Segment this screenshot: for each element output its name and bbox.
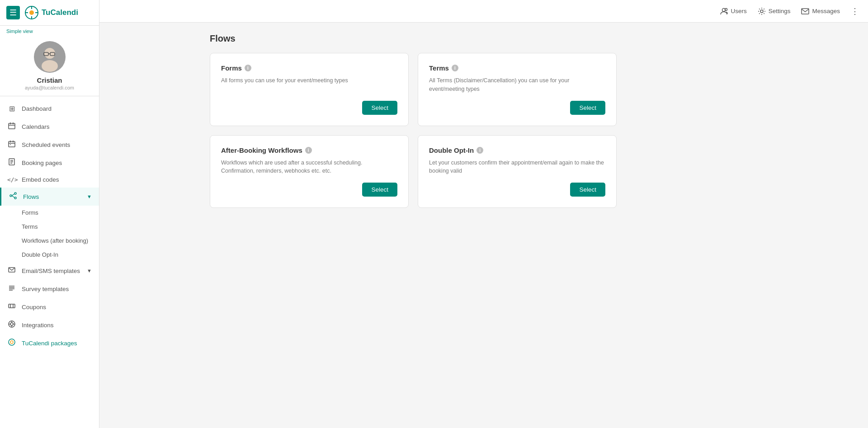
logo-icon: [24, 5, 39, 20]
svg-point-47: [725, 8, 727, 10]
svg-point-48: [760, 10, 763, 13]
sidebar-item-label: Integrations: [22, 322, 54, 329]
dashboard-icon: ⊞: [7, 104, 16, 113]
sidebar-item-label: Dashboard: [22, 105, 52, 112]
sidebar-item-label: Embed codes: [22, 176, 59, 183]
after-booking-card-desc: Workflows which are used after a success…: [221, 159, 397, 176]
sidebar: ☰ TuCalendi Simple view: [0, 0, 99, 428]
settings-label: Settings: [769, 8, 791, 14]
svg-point-26: [14, 193, 16, 194]
double-opt-in-card-footer: Select: [429, 183, 605, 197]
chevron-right-icon: ▼: [87, 268, 92, 273]
subnav-item-terms[interactable]: Terms: [0, 220, 99, 234]
packages-icon: [7, 339, 16, 348]
sidebar-item-label: Coupons: [22, 304, 46, 310]
double-opt-in-info-icon[interactable]: i: [476, 147, 483, 154]
flows-cards-grid: Forms i All forms you can use for your e…: [210, 53, 617, 208]
double-opt-in-card-title: Double Opt-In: [429, 146, 474, 154]
chevron-down-icon: ▼: [87, 194, 92, 199]
sidebar-item-label: Calendars: [22, 123, 50, 130]
terms-card-footer: Select: [429, 101, 605, 115]
svg-point-1: [29, 10, 34, 15]
main-nav: ⊞ Dashboard Calendars: [0, 96, 99, 428]
svg-point-38: [10, 323, 13, 325]
forms-card-header: Forms i: [221, 64, 397, 72]
user-email: ayuda@tucalendi.com: [25, 85, 74, 90]
sidebar-item-label: Booking pages: [22, 160, 62, 166]
svg-point-45: [10, 341, 13, 343]
double-opt-in-select-button[interactable]: Select: [570, 183, 605, 197]
double-opt-in-card: Double Opt-In i Let your customers confi…: [418, 135, 617, 208]
settings-icon: [758, 7, 766, 15]
sidebar-item-tucalendi-packages[interactable]: TuCalendi packages: [0, 334, 99, 352]
hamburger-icon[interactable]: ☰: [6, 6, 20, 19]
sidebar-item-dashboard[interactable]: ⊞ Dashboard: [0, 100, 99, 118]
page-title: Flows: [210, 33, 857, 44]
after-booking-select-button[interactable]: Select: [362, 183, 397, 197]
svg-point-27: [14, 197, 16, 199]
svg-point-7: [44, 48, 55, 59]
after-booking-card-header: After-Booking Workflows i: [221, 146, 397, 154]
forms-select-button[interactable]: Select: [362, 101, 397, 115]
messages-icon: [801, 7, 809, 15]
terms-card-desc: All Terms (Disclaimer/Cancellation) you …: [429, 76, 605, 94]
simple-view-link[interactable]: Simple view: [0, 26, 99, 34]
main-content: Flows Forms i All forms you can use for …: [199, 23, 868, 428]
logo-wrap: TuCalendi: [24, 5, 78, 20]
svg-rect-12: [9, 123, 15, 129]
sidebar-item-integrations[interactable]: Integrations: [0, 316, 99, 334]
forms-info-icon[interactable]: i: [245, 65, 251, 71]
users-icon: [720, 7, 728, 15]
user-name: Cristian: [37, 76, 62, 84]
user-section: Cristian ayuda@tucalendi.com: [0, 34, 99, 96]
terms-card: Terms i All Terms (Disclaimer/Cancellati…: [418, 53, 617, 126]
double-opt-in-card-desc: Let your customers confirm their appoint…: [429, 159, 605, 176]
subnav-item-workflows-after-booking[interactable]: Workflows (after booking): [0, 234, 99, 248]
sidebar-item-label: Email/SMS templates: [22, 268, 80, 274]
messages-label: Messages: [812, 8, 840, 14]
sidebar-item-label: Flows: [23, 193, 39, 200]
sidebar-item-flows[interactable]: Flows ▼: [0, 188, 99, 206]
survey-templates-icon: [7, 284, 16, 293]
email-sms-icon: [7, 266, 16, 275]
scheduled-events-icon: [7, 140, 16, 149]
double-opt-in-card-header: Double Opt-In i: [429, 146, 605, 154]
forms-card: Forms i All forms you can use for your e…: [210, 53, 409, 126]
terms-card-header: Terms i: [429, 64, 605, 72]
sidebar-item-booking-pages[interactable]: Booking pages: [0, 154, 99, 172]
forms-card-title: Forms: [221, 64, 242, 72]
svg-rect-16: [9, 141, 15, 147]
svg-rect-49: [802, 9, 809, 14]
calendar-icon: [7, 122, 16, 131]
sidebar-item-survey-templates[interactable]: Survey templates: [0, 280, 99, 298]
svg-point-44: [9, 339, 15, 345]
booking-pages-icon: [7, 158, 16, 167]
terms-info-icon[interactable]: i: [452, 65, 458, 71]
sidebar-header: ☰ TuCalendi: [0, 0, 99, 26]
sidebar-item-calendars[interactable]: Calendars: [0, 118, 99, 136]
svg-rect-35: [9, 304, 15, 308]
app-name: TuCalendi: [42, 8, 78, 17]
flows-icon: [9, 192, 18, 201]
sidebar-item-embed-codes[interactable]: </> Embed codes: [0, 172, 99, 188]
subnav-item-forms[interactable]: Forms: [0, 206, 99, 220]
sidebar-item-scheduled-events[interactable]: Scheduled events: [0, 136, 99, 154]
users-nav-item[interactable]: Users: [720, 7, 746, 15]
svg-point-25: [10, 195, 12, 197]
coupons-icon: [7, 302, 16, 311]
forms-card-desc: All forms you can use for your event/mee…: [221, 76, 397, 94]
sidebar-item-coupons[interactable]: Coupons: [0, 298, 99, 316]
sidebar-item-label: Survey templates: [22, 286, 69, 292]
forms-card-footer: Select: [221, 101, 397, 115]
messages-nav-item[interactable]: Messages: [801, 7, 840, 15]
after-booking-info-icon[interactable]: i: [305, 147, 312, 154]
settings-nav-item[interactable]: Settings: [758, 7, 791, 15]
more-options-icon[interactable]: ⋮: [851, 6, 859, 16]
svg-line-29: [12, 196, 14, 198]
terms-card-title: Terms: [429, 64, 449, 72]
svg-line-28: [12, 194, 14, 196]
sidebar-item-email-sms-templates[interactable]: Email/SMS templates ▼: [0, 262, 99, 280]
terms-select-button[interactable]: Select: [570, 101, 605, 115]
flows-subnav: Forms Terms Workflows (after booking) Do…: [0, 206, 99, 262]
subnav-item-double-opt-in[interactable]: Double Opt-In: [0, 248, 99, 262]
